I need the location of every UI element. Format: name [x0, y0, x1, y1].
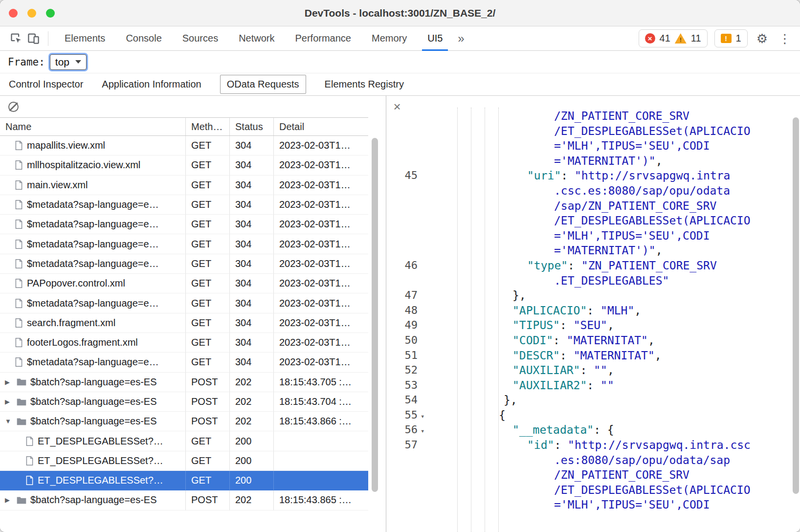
request-name: $metadata?sap-language=e…	[27, 219, 159, 230]
line-number: 51	[386, 348, 418, 363]
tab-sources[interactable]: Sources	[172, 26, 228, 51]
request-row[interactable]: mllhospitalitzacio.view.xmlGET3042023-02…	[0, 155, 368, 175]
code-line: ='MLH',TIPUS='SEU',CODI	[386, 497, 791, 512]
request-name: $batch?sap-language=es-ES	[30, 416, 157, 427]
title-bar: DevTools - localhost:3001/ZN_BASE_2/	[0, 0, 800, 26]
request-row[interactable]: $metadata?sap-language=e…GET3042023-02-0…	[0, 234, 368, 254]
code-text: /ET_DESPLEGABLESSet(APLICACIO	[554, 213, 751, 228]
request-detail	[274, 431, 368, 451]
request-row[interactable]: $metadata?sap-language=e…GET3042023-02-0…	[0, 254, 368, 274]
code-line: ='MATERNITAT')",	[386, 243, 791, 258]
request-row[interactable]: mapallits.view.xmlGET3042023-02-03T1…	[0, 136, 368, 155]
subtab-odata-requests[interactable]: OData Requests	[220, 75, 306, 94]
request-row[interactable]: $metadata?sap-language=e…GET3042023-02-0…	[0, 353, 368, 372]
subtab-application-information[interactable]: Application Information	[102, 79, 201, 90]
clear-requests-icon[interactable]	[8, 102, 19, 112]
request-status: 202	[230, 490, 274, 510]
request-status: 304	[230, 176, 274, 195]
tab-performance[interactable]: Performance	[285, 26, 362, 51]
file-icon	[15, 141, 23, 150]
request-row[interactable]: ET_DESPLEGABLESSet?…GET200	[0, 431, 368, 451]
collapse-arrow-icon[interactable]: ▼	[5, 418, 17, 425]
tab-network[interactable]: Network	[228, 26, 285, 51]
request-row[interactable]: PAPopover.control.xmlGET3042023-02-03T1…	[0, 274, 368, 293]
request-detail: 2023-02-03T1…	[274, 274, 368, 293]
request-method: GET	[186, 451, 230, 471]
code-line: 55▾{	[386, 408, 791, 423]
request-row[interactable]: main.view.xmlGET3042023-02-03T1…	[0, 176, 368, 195]
close-window-button[interactable]	[9, 9, 18, 18]
fold-arrow-icon[interactable]: ▾	[421, 423, 424, 439]
request-row[interactable]: ▼$batch?sap-language=es-ESPOST20218:15:4…	[0, 412, 368, 431]
response-scrollbar[interactable]	[793, 117, 799, 529]
frame-dropdown[interactable]: top	[50, 54, 87, 70]
request-status: 304	[230, 274, 274, 293]
request-method: GET	[186, 274, 230, 293]
console-status-badge[interactable]: × 41 ! 11	[639, 29, 708, 47]
expand-arrow-icon[interactable]: ▶	[5, 496, 17, 504]
column-header-method[interactable]: Meth…	[186, 118, 230, 135]
request-row[interactable]: $metadata?sap-language=e…GET3042023-02-0…	[0, 215, 368, 234]
code-line: /ET_DESPLEGABLESSet(APLICACIO	[386, 483, 791, 498]
column-header-name[interactable]: Name	[0, 118, 186, 135]
code-text: "CODI": "MATERNITAT",	[512, 333, 655, 348]
request-row[interactable]: footerLogos.fragment.xmlGET3042023-02-03…	[0, 333, 368, 353]
request-row[interactable]: ET_DESPLEGABLESSet?…GET200	[0, 471, 368, 490]
more-tabs-icon[interactable]: »	[453, 32, 469, 45]
request-status: 202	[230, 373, 274, 392]
expand-arrow-icon[interactable]: ▶	[5, 398, 17, 405]
inspect-element-icon[interactable]	[7, 30, 24, 47]
request-row[interactable]: $metadata?sap-language=e…GET3042023-02-0…	[0, 293, 368, 313]
scrollbar-thumb[interactable]	[372, 138, 378, 492]
request-row[interactable]: ▶$batch?sap-language=es-ESPOST20218:15:4…	[0, 490, 368, 510]
request-status: 304	[230, 254, 274, 274]
code-text: "AUXILIAR2": ""	[512, 378, 614, 393]
line-number: 48	[386, 303, 418, 318]
subtab-elements-registry[interactable]: Elements Registry	[325, 79, 404, 90]
expand-arrow-icon[interactable]: ▶	[5, 378, 17, 386]
tab-console[interactable]: Console	[115, 26, 172, 51]
settings-gear-icon[interactable]: ⚙	[755, 31, 770, 46]
request-row[interactable]: $metadata?sap-language=e…GET3042023-02-0…	[0, 195, 368, 215]
column-header-status[interactable]: Status	[230, 118, 274, 135]
code-text: "AUXILIAR": "",	[512, 363, 614, 378]
request-method: POST	[186, 490, 230, 510]
request-row[interactable]: ▶$batch?sap-language=es-ESPOST20218:15:4…	[0, 373, 368, 392]
fold-arrow-icon[interactable]: ▾	[421, 409, 424, 424]
request-name: $batch?sap-language=es-ES	[30, 396, 157, 407]
request-status: 304	[230, 136, 274, 155]
code-line: 57"id": "http://srvsapgwq.intra.csc	[386, 438, 791, 453]
request-row[interactable]: ▶$batch?sap-language=es-ESPOST20218:15:4…	[0, 392, 368, 412]
code-line: 54},	[386, 393, 791, 408]
request-name: $batch?sap-language=es-ES	[30, 377, 157, 388]
request-row[interactable]: search.fragment.xmlGET3042023-02-03T1…	[0, 313, 368, 333]
requests-scrollbar[interactable]	[372, 117, 378, 529]
tab-ui5[interactable]: UI5	[417, 26, 453, 51]
request-detail	[274, 471, 368, 490]
tab-elements[interactable]: Elements	[54, 26, 115, 51]
request-detail: 18:15:43.705 :…	[274, 373, 368, 392]
code-text: ='MLH',TIPUS='SEU',CODI	[554, 497, 710, 512]
issues-badge[interactable]: ! 1	[714, 29, 748, 47]
request-name: $metadata?sap-language=e…	[27, 239, 159, 250]
minimize-window-button[interactable]	[27, 9, 36, 18]
request-row[interactable]: ET_DESPLEGABLESSet?…GET200	[0, 451, 368, 471]
line-number: 54	[386, 393, 418, 408]
requests-toolbar	[0, 96, 386, 117]
code-line: 47},	[386, 288, 791, 303]
code-line: .ET_DESPLEGABLES"	[386, 273, 791, 288]
folder-icon	[17, 496, 26, 504]
device-toolbar-icon[interactable]	[24, 30, 42, 47]
code-line: 56▾"__metadata": {	[386, 422, 791, 438]
request-status: 304	[230, 155, 274, 175]
tab-memory[interactable]: Memory	[361, 26, 417, 51]
scrollbar-thumb[interactable]	[793, 117, 799, 494]
column-header-detail[interactable]: Detail	[274, 118, 368, 135]
subtab-control-inspector[interactable]: Control Inspector	[9, 79, 83, 90]
kebab-menu-icon[interactable]: ⋮	[777, 31, 793, 46]
code-text: },	[504, 393, 517, 408]
line-number: 52	[386, 363, 418, 378]
request-method: GET	[186, 234, 230, 254]
code-line: 49"TIPUS": "SEU",	[386, 318, 791, 333]
zoom-window-button[interactable]	[46, 9, 55, 18]
